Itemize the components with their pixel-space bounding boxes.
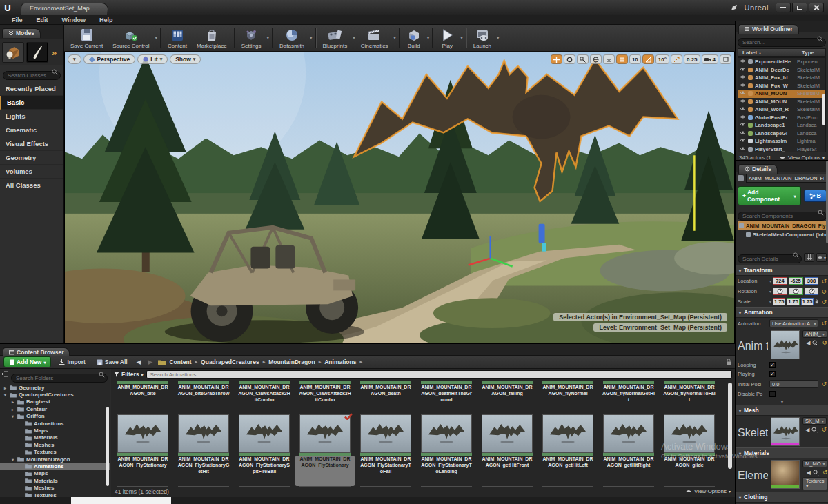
rotate-tool-button[interactable] [564,54,575,64]
modes-category[interactable]: Lights [0,110,63,123]
asset-tile[interactable]: ANIM_MOUNTAIN_DRAGON_death [356,381,415,453]
move-tool-button[interactable] [551,54,562,64]
location-z-field[interactable]: 308 [805,277,819,285]
folder-tree-item[interactable]: Maps [0,470,110,477]
forward-button[interactable]: ▶ [147,359,155,365]
datasmith-caret-icon[interactable]: ▾ [309,35,313,41]
outliner-row[interactable]: ANIM_Wolf_R SkeletalM [738,105,825,114]
asset-thumbnail[interactable] [421,414,472,453]
rotation-z-dial[interactable] [805,288,819,295]
asset-thumbnail[interactable] [542,414,593,453]
asset-thumbnail[interactable] [360,414,411,453]
launch-button[interactable]: Launch [469,26,496,50]
build-button[interactable]: Build [402,26,426,50]
world-local-toggle[interactable] [590,54,602,64]
paint-mode-button[interactable] [26,42,48,63]
outliner-row[interactable]: LandscapeGi Landsca [738,130,825,138]
section-expander-icon[interactable]: ▼ [736,399,828,405]
expand-arrow-icon[interactable]: ▸ [10,399,15,404]
reset-location-button[interactable]: ↺ [821,278,827,285]
outliner-row[interactable]: ANIM_Fox_Id SkeletalM [738,74,825,82]
surface-snap-button[interactable] [603,54,615,64]
use-selected-asset-icon[interactable]: ◀ [806,340,810,346]
breadcrumb-item[interactable]: MountainDragon [268,359,315,365]
reset-initial-position-button[interactable]: ↺ [821,381,827,387]
modes-category[interactable]: Geometry [0,151,63,165]
source-control-button[interactable]: Source Control [108,26,154,50]
asset-thumbnail[interactable] [664,414,715,453]
asset-thumbnail[interactable] [603,414,654,453]
asset-tile[interactable]: ANIM_MOUNTAIN_DRAGON_getHitRight [599,453,658,487]
breadcrumb-item[interactable]: Animations [324,359,356,365]
import-button[interactable]: Import [55,357,88,367]
animation-section-header[interactable]: ▾ Animation [736,307,828,318]
browse-to-asset-icon[interactable] [813,470,819,476]
outliner-column-header[interactable]: Label▴ Type [738,48,826,57]
skeletal-mesh-dropdown[interactable]: SK_M▾ [802,417,827,425]
close-button[interactable] [809,3,824,12]
grid-snap-value[interactable]: 10 [629,54,641,64]
asset-view-options-button[interactable]: View Options▾ [685,488,731,494]
reset-material-button[interactable]: ↺ [822,469,828,476]
visibility-eye-icon[interactable] [740,59,746,65]
asset-tile[interactable]: ANIM_MOUNTAIN_DRAGON_glide [660,453,719,487]
menu-item[interactable]: Edit [30,17,55,23]
rotation-snap-value[interactable]: 10° [656,54,669,64]
folder-tree-item[interactable]: Animations [0,420,110,427]
folder-tree-item[interactable]: ▸ Centaur [0,405,110,412]
reset-animation-mode-button[interactable]: ↺ [821,320,827,327]
mesh-section-header[interactable]: ▾ Mesh [736,405,828,416]
breadcrumb-item[interactable]: Content [169,359,191,365]
outliner-row[interactable]: GlobalPostPr PostProc [738,114,825,122]
maximize-viewport-button[interactable] [720,54,731,64]
animation-asset-dropdown[interactable]: ANIM_▾ [802,330,827,338]
modes-category[interactable]: Cinematic [0,123,63,137]
modes-category[interactable]: Volumes [0,165,63,179]
world-outliner-tab[interactable]: World Outliner [738,24,799,34]
cinematics-button[interactable]: Cinematics [356,26,393,50]
outliner-search-input[interactable] [738,38,826,47]
rotation-y-dial[interactable] [789,288,803,295]
asset-tile[interactable]: ANIM_MOUNTAIN_DRAGON_flyNormal [538,381,598,453]
asset-thumbnail[interactable] [482,414,533,453]
modes-tab[interactable]: Modes [2,28,41,38]
reset-mesh-button[interactable]: ↺ [821,426,827,433]
folder-tree-item[interactable]: ▾ Griffon [0,413,110,420]
folder-tree-item[interactable]: ▸ Barghest [0,399,110,405]
expand-arrow-icon[interactable]: ▸ [3,385,8,390]
breadcrumb-item[interactable]: QuadrapedCreatures [201,359,259,365]
outliner-scrollbar[interactable] [822,94,825,125]
visibility-eye-icon[interactable] [740,83,746,89]
folder-tree-item[interactable]: ▾ QuadrapedCreatures [0,391,110,398]
scale-z-field[interactable]: 1.75 [801,298,814,305]
add-component-button[interactable]: + Add Component ▾ [738,186,801,205]
expand-arrow-icon[interactable]: ▾ [3,392,8,397]
asset-tile[interactable]: ANIM_MOUNTAIN_DRAGON_deathHitTheGround [417,381,476,453]
settings-caret-icon[interactable]: ▾ [266,35,270,41]
folder-tree-item[interactable]: Meshes [0,441,110,448]
source-control-caret-icon[interactable]: ▾ [155,35,159,41]
animation-asset-thumbnail[interactable] [771,330,800,359]
asset-tile[interactable]: ANIM_MOUNTAIN_DRAGON_biteGrabThrow [174,381,233,453]
minimize-button[interactable] [776,3,791,12]
visibility-eye-icon[interactable] [740,138,746,144]
modes-category[interactable]: Recently Placed [0,82,63,96]
playing-checkbox[interactable]: ✓ [769,371,776,377]
visibility-eye-icon[interactable] [740,114,746,121]
material-thumbnail[interactable] [771,460,800,489]
visibility-eye-icon[interactable] [740,99,746,105]
modes-category[interactable]: All Classes [0,179,63,192]
animation-mode-dropdown[interactable]: Use Animation A▾ [769,319,818,327]
folder-tree-item[interactable]: Textures [0,449,110,456]
asset-tile[interactable]: ANIM_MOUNTAIN_DRAGON_bite [113,381,172,453]
reset-scale-button[interactable]: ↺ [821,299,827,305]
menu-item[interactable]: Help [93,17,119,23]
visibility-eye-icon[interactable] [740,90,746,97]
play-button[interactable]: Play [435,26,460,50]
asset-tile[interactable]: ANIM_MOUNTAIN_DRAGON_ClawsAttack2HitComb… [235,381,294,453]
actor-name-field[interactable] [746,174,827,183]
use-selected-asset-icon[interactable]: ◀ [805,427,809,433]
materials-section-header[interactable]: ▾ Materials [736,447,828,458]
outliner-row[interactable]: ANIM_MOUN SkeletalM [738,90,825,98]
component-row[interactable]: SkeletalMeshComponent (Inherite [738,230,827,239]
